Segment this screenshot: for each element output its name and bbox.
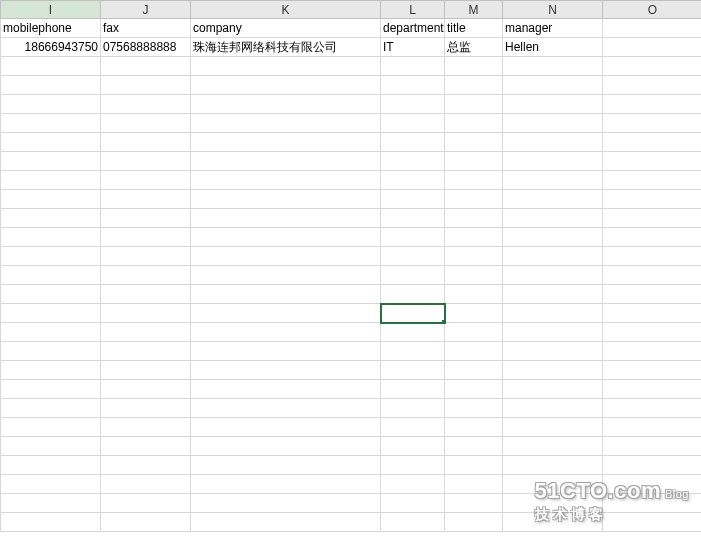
cell-L2[interactable]: IT	[381, 38, 445, 57]
cell[interactable]	[1, 418, 101, 437]
cell[interactable]	[603, 95, 702, 114]
cell[interactable]	[381, 285, 445, 304]
cell[interactable]	[381, 342, 445, 361]
cell[interactable]	[603, 114, 702, 133]
cell[interactable]	[503, 209, 603, 228]
cell[interactable]	[445, 304, 503, 323]
cell[interactable]	[101, 304, 191, 323]
cell[interactable]	[381, 95, 445, 114]
cell[interactable]	[381, 76, 445, 95]
cell-M1[interactable]: title	[445, 19, 503, 38]
cell[interactable]	[1, 152, 101, 171]
column-header-J[interactable]: J	[101, 1, 191, 19]
cell[interactable]	[101, 361, 191, 380]
cell[interactable]	[445, 152, 503, 171]
cell-I2[interactable]: 18666943750	[1, 38, 101, 57]
cell[interactable]	[445, 494, 503, 513]
cell[interactable]	[101, 247, 191, 266]
cell[interactable]	[503, 247, 603, 266]
cell[interactable]	[503, 475, 603, 494]
cell[interactable]	[381, 190, 445, 209]
cell[interactable]	[381, 475, 445, 494]
cell[interactable]	[1, 456, 101, 475]
cell[interactable]	[191, 57, 381, 76]
cell[interactable]	[1, 323, 101, 342]
cell[interactable]	[503, 494, 603, 513]
cell[interactable]	[503, 152, 603, 171]
cell[interactable]	[191, 228, 381, 247]
cell-O1[interactable]	[603, 19, 702, 38]
cell[interactable]	[381, 133, 445, 152]
cell[interactable]	[603, 304, 702, 323]
column-header-I[interactable]: I	[1, 1, 101, 19]
cell[interactable]	[603, 228, 702, 247]
cell[interactable]	[445, 342, 503, 361]
cell[interactable]	[101, 114, 191, 133]
cell[interactable]	[445, 209, 503, 228]
cell[interactable]	[603, 323, 702, 342]
cell[interactable]	[191, 418, 381, 437]
cell[interactable]	[381, 418, 445, 437]
cell[interactable]	[191, 475, 381, 494]
cell[interactable]	[445, 247, 503, 266]
cell[interactable]	[603, 190, 702, 209]
cell[interactable]	[381, 228, 445, 247]
cell[interactable]	[101, 266, 191, 285]
cell[interactable]	[101, 437, 191, 456]
cell[interactable]	[503, 95, 603, 114]
cell[interactable]	[101, 456, 191, 475]
cell[interactable]	[503, 304, 603, 323]
cell[interactable]	[503, 361, 603, 380]
cell[interactable]	[1, 57, 101, 76]
cell[interactable]	[381, 494, 445, 513]
cell[interactable]	[503, 456, 603, 475]
cell[interactable]	[381, 209, 445, 228]
cell[interactable]	[503, 380, 603, 399]
cell-N2[interactable]: Hellen	[503, 38, 603, 57]
cell[interactable]	[1, 342, 101, 361]
cell[interactable]	[1, 247, 101, 266]
cell[interactable]	[603, 399, 702, 418]
cell[interactable]	[603, 247, 702, 266]
cell[interactable]	[1, 190, 101, 209]
cell[interactable]	[1, 361, 101, 380]
cell[interactable]	[603, 418, 702, 437]
cell[interactable]	[191, 76, 381, 95]
cell[interactable]	[381, 380, 445, 399]
cell[interactable]	[381, 266, 445, 285]
cell[interactable]	[191, 152, 381, 171]
cell[interactable]	[603, 76, 702, 95]
cell[interactable]	[603, 456, 702, 475]
cell[interactable]	[1, 209, 101, 228]
cell[interactable]	[445, 266, 503, 285]
cell[interactable]	[191, 342, 381, 361]
cell[interactable]	[445, 513, 503, 532]
cell[interactable]	[445, 228, 503, 247]
cell-J2[interactable]: 07568888888	[101, 38, 191, 57]
cell[interactable]	[101, 380, 191, 399]
cell[interactable]	[101, 285, 191, 304]
cell[interactable]	[603, 57, 702, 76]
cell[interactable]	[1, 475, 101, 494]
cell[interactable]	[101, 342, 191, 361]
cell[interactable]	[381, 323, 445, 342]
cell[interactable]	[503, 190, 603, 209]
cell[interactable]	[445, 323, 503, 342]
cell[interactable]	[603, 209, 702, 228]
cell[interactable]	[191, 456, 381, 475]
cell[interactable]	[101, 475, 191, 494]
cell-N1[interactable]: manager	[503, 19, 603, 38]
cell[interactable]	[603, 475, 702, 494]
cell[interactable]	[503, 133, 603, 152]
cell[interactable]	[445, 475, 503, 494]
cell[interactable]	[445, 95, 503, 114]
cell[interactable]	[381, 456, 445, 475]
cell[interactable]	[1, 380, 101, 399]
cell[interactable]	[381, 247, 445, 266]
cell[interactable]	[603, 494, 702, 513]
cell[interactable]	[191, 266, 381, 285]
cell[interactable]	[101, 171, 191, 190]
cell[interactable]	[101, 228, 191, 247]
cell[interactable]	[191, 171, 381, 190]
cell[interactable]	[503, 513, 603, 532]
